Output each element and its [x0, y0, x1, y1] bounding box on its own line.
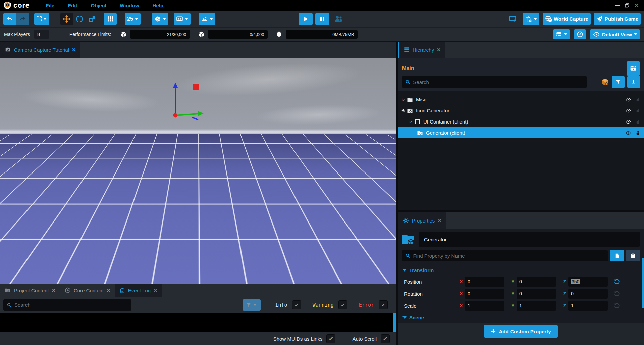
scale-tool-button[interactable]	[86, 13, 99, 25]
scene-section-header[interactable]: Scene	[398, 312, 644, 323]
transform-gizmo[interactable]	[153, 78, 226, 125]
visibility-eye-icon[interactable]	[623, 108, 633, 113]
position-x-field[interactable]: 0	[465, 277, 504, 287]
scale-z-field[interactable]: 1	[568, 301, 608, 311]
lock-icon[interactable]	[633, 108, 642, 113]
move-tool-button[interactable]	[60, 13, 73, 25]
log-scrollbar[interactable]	[393, 313, 396, 332]
expand-collapsed-icon[interactable]: ▷	[409, 120, 413, 124]
menu-object[interactable]: Object	[91, 3, 107, 8]
close-icon[interactable]: ×	[635, 2, 639, 9]
lock-icon[interactable]	[633, 119, 642, 125]
expand-expanded-icon[interactable]	[401, 109, 406, 112]
tree-item-icon-generator[interactable]: Icon Generator	[398, 105, 644, 116]
grid-snap-button[interactable]	[104, 13, 117, 25]
world-settings-dropdown[interactable]	[152, 13, 168, 25]
event-log-search-input[interactable]	[14, 302, 128, 308]
hierarchy-collapse-button[interactable]	[627, 76, 640, 88]
hierarchy-search-input[interactable]	[413, 79, 584, 85]
grid-size-dropdown[interactable]: 25	[125, 13, 141, 25]
pause-button[interactable]	[315, 13, 329, 25]
scale-x-field[interactable]: 1	[465, 301, 504, 311]
position-z-field[interactable]: 350	[568, 277, 608, 287]
lock-icon[interactable]	[633, 97, 642, 102]
filter-info-checkbox[interactable]: ✔	[292, 300, 301, 309]
rotation-y-field[interactable]: 0	[517, 289, 556, 299]
world-capture-button[interactable]: World Capture	[543, 13, 591, 25]
gizmo-x-axis[interactable]	[175, 114, 198, 115]
event-log-output[interactable]	[0, 313, 396, 332]
paste-properties-button[interactable]	[626, 250, 640, 261]
camera-capture-dropdown[interactable]	[523, 13, 539, 25]
find-property-search[interactable]	[402, 250, 608, 261]
transform-section-header[interactable]: Transform	[398, 265, 644, 276]
close-tab-icon[interactable]: ×	[52, 287, 55, 294]
terrain-dropdown[interactable]	[199, 13, 215, 25]
visibility-eye-icon[interactable]	[623, 130, 633, 136]
undo-button[interactable]	[3, 13, 16, 25]
hierarchy-filter-button[interactable]	[612, 76, 625, 88]
performance-gauge-button[interactable]	[574, 29, 586, 39]
find-property-input[interactable]	[413, 253, 604, 259]
filter-warning-checkbox[interactable]: ✔	[338, 300, 347, 309]
rotation-z-field[interactable]: 0	[568, 289, 608, 299]
tab-camera-capture-tutorial[interactable]: Camera Capture Tutorial ×	[0, 42, 80, 58]
close-tab-icon[interactable]: ×	[437, 46, 441, 53]
tree-item-ui-container[interactable]: ▷ UI Container (client)	[398, 116, 644, 127]
save-dropdown[interactable]	[553, 29, 570, 39]
play-button[interactable]	[299, 13, 313, 25]
snap-mode-dropdown[interactable]	[34, 13, 49, 25]
screen-mode-dropdown[interactable]	[174, 13, 191, 25]
lock-icon[interactable]	[633, 130, 642, 136]
default-view-dropdown[interactable]: Default View	[590, 29, 640, 39]
log-filter-dropdown[interactable]	[243, 299, 261, 311]
rotation-x-field[interactable]: 0	[465, 289, 504, 299]
scene-capture-button[interactable]	[627, 61, 640, 76]
gizmo-origin[interactable]	[173, 113, 178, 118]
rotate-tool-button[interactable]	[73, 13, 86, 25]
tree-item-misc[interactable]: ▷ Misc	[398, 94, 644, 105]
tab-properties[interactable]: Properties ×	[398, 212, 446, 229]
viewport-3d[interactable]	[0, 58, 396, 284]
reset-rotation-button[interactable]	[612, 291, 621, 297]
screen-share-button[interactable]	[506, 13, 519, 25]
reset-scale-button[interactable]	[612, 303, 621, 309]
visibility-eye-icon[interactable]	[623, 119, 633, 125]
close-tab-icon[interactable]: ×	[72, 46, 76, 53]
tree-item-generator-selected[interactable]: Generator (client)	[398, 127, 644, 138]
selected-object-marker[interactable]	[193, 84, 199, 90]
object-name-field[interactable]: Generator	[419, 232, 640, 247]
gizmo-y-axis[interactable]	[192, 117, 198, 120]
close-tab-icon[interactable]: ×	[438, 217, 441, 224]
auto-scroll-checkbox[interactable]: ✔	[381, 334, 390, 343]
properties-scrollbar[interactable]	[642, 258, 644, 308]
tab-hierarchy[interactable]: Hierarchy ×	[399, 42, 445, 58]
redo-button[interactable]	[16, 13, 29, 25]
expand-collapsed-icon[interactable]: ▷	[401, 98, 406, 101]
tab-event-log[interactable]: Event Log ×	[115, 284, 162, 297]
show-muids-checkbox[interactable]: ✔	[326, 334, 335, 343]
tab-core-content[interactable]: Core Content ×	[60, 284, 115, 297]
restore-icon[interactable]	[625, 3, 629, 8]
multiplayer-preview-button[interactable]	[332, 13, 345, 25]
filter-error-checkbox[interactable]: ✔	[379, 300, 388, 309]
menu-file[interactable]: File	[46, 3, 54, 8]
close-tab-icon[interactable]: ×	[107, 287, 110, 294]
menu-edit[interactable]: Edit	[68, 3, 77, 8]
copy-properties-button[interactable]	[610, 250, 624, 261]
menu-help[interactable]: Help	[153, 3, 164, 8]
tab-project-content[interactable]: Project Content ×	[0, 284, 60, 297]
networked-cube-icon[interactable]	[601, 78, 609, 86]
menu-window[interactable]: Window	[120, 3, 139, 8]
close-tab-icon[interactable]: ×	[154, 287, 157, 294]
event-log-search[interactable]	[3, 299, 131, 311]
publish-game-button[interactable]: Publish Game	[594, 13, 641, 25]
visibility-eye-icon[interactable]	[623, 97, 633, 102]
minimize-icon[interactable]	[615, 5, 620, 6]
reset-position-button[interactable]	[612, 279, 621, 285]
position-y-field[interactable]: 0	[517, 277, 556, 287]
add-custom-property-button[interactable]: + Add Custom Property	[484, 325, 557, 338]
scale-y-field[interactable]: 1	[517, 301, 556, 311]
hierarchy-search[interactable]	[402, 76, 587, 88]
max-players-field[interactable]: 8	[34, 30, 49, 39]
